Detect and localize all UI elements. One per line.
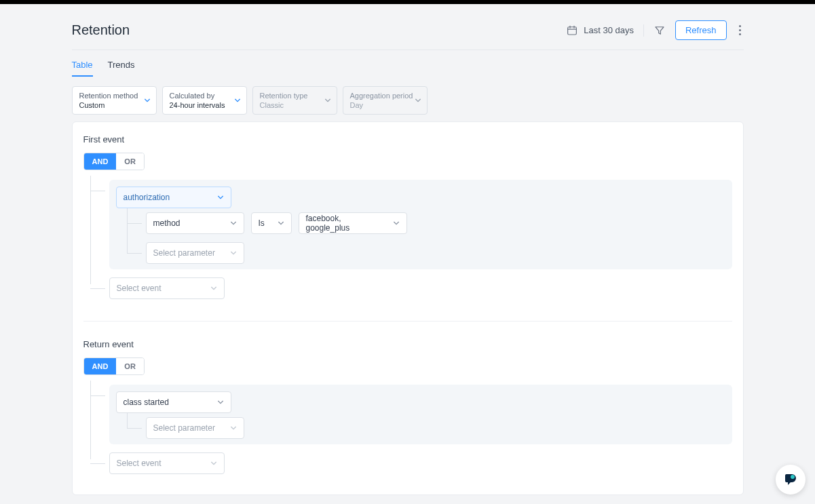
param-row: method Is facebook, google xyxy=(146,212,725,234)
dropdown-value: Is xyxy=(259,218,265,228)
select-label: Calculated by xyxy=(170,91,240,100)
aggregation-period-select: Aggregation period Day xyxy=(343,86,428,115)
config-selectors: Retention method Custom Calculated by 24… xyxy=(72,77,744,121)
return-event-tree: class started Select parameter xyxy=(83,381,732,478)
first-event-params: method Is facebook, google xyxy=(120,208,725,268)
select-label: Aggregation period xyxy=(350,91,420,100)
divider xyxy=(643,24,644,37)
return-event-logic-toggle: AND OR xyxy=(83,357,145,375)
chevron-down-icon xyxy=(210,285,217,292)
first-event-select[interactable]: authorization xyxy=(116,187,231,208)
dropdown-value: authorization xyxy=(124,193,170,202)
date-range-picker[interactable]: Last 30 days xyxy=(566,24,634,37)
return-event-title: Return event xyxy=(83,339,732,349)
chevron-down-icon xyxy=(144,97,151,104)
logic-and-button[interactable]: AND xyxy=(84,153,117,170)
first-event-block: authorization method xyxy=(109,180,732,269)
first-event-logic-toggle: AND OR xyxy=(83,153,145,170)
select-label: Retention type xyxy=(260,91,330,100)
chevron-down-icon xyxy=(217,194,224,201)
retention-method-select[interactable]: Retention method Custom xyxy=(72,86,157,115)
tab-trends[interactable]: Trends xyxy=(108,60,135,77)
return-event-block: class started Select parameter xyxy=(109,385,732,444)
logic-or-button[interactable]: OR xyxy=(116,153,144,170)
calendar-icon xyxy=(566,24,578,37)
chevron-down-icon xyxy=(393,220,400,227)
return-event-select[interactable]: class started xyxy=(116,391,231,413)
chevron-down-icon xyxy=(278,220,284,227)
chevron-down-icon xyxy=(234,97,241,104)
more-menu-icon[interactable] xyxy=(736,22,744,38)
dropdown-value: facebook, google_plus xyxy=(306,214,386,233)
date-range-label: Last 30 days xyxy=(584,25,634,35)
page-header: Retention Last 30 days Refresh xyxy=(72,18,744,50)
dropdown-placeholder: Select parameter xyxy=(153,423,215,433)
chevron-down-icon xyxy=(217,399,224,406)
query-builder-card: First event AND OR authorization xyxy=(72,121,744,495)
section-divider xyxy=(83,321,732,322)
chevron-down-icon xyxy=(230,425,237,431)
select-value: Classic xyxy=(260,100,330,110)
chevron-down-icon xyxy=(210,460,217,467)
dropdown-placeholder: Select event xyxy=(117,459,162,468)
select-value: Custom xyxy=(79,100,149,110)
select-value: 24-hour intervals xyxy=(170,100,240,110)
return-event-params: Select parameter xyxy=(120,413,725,443)
add-first-event-select[interactable]: Select event xyxy=(109,277,225,299)
select-label: Retention method xyxy=(79,91,149,100)
return-event-section: Return event AND OR class started xyxy=(83,339,732,478)
svg-rect-0 xyxy=(568,26,577,34)
dropdown-value: method xyxy=(153,218,181,228)
first-event-title: First event xyxy=(83,134,732,144)
chevron-down-icon xyxy=(230,220,237,227)
dropdown-placeholder: Select parameter xyxy=(153,248,215,258)
select-value: Day xyxy=(350,100,420,110)
tab-bar: Table Trends xyxy=(72,50,744,77)
first-event-tree: authorization method xyxy=(83,176,732,303)
dropdown-value: class started xyxy=(124,398,169,407)
calculated-by-select[interactable]: Calculated by 24-hour intervals xyxy=(162,86,247,115)
tab-table[interactable]: Table xyxy=(72,60,93,77)
refresh-button[interactable]: Refresh xyxy=(675,20,727,40)
logic-and-button[interactable]: AND xyxy=(84,358,117,374)
filter-icon[interactable] xyxy=(653,24,666,37)
chevron-down-icon xyxy=(324,97,331,104)
page-body: Retention Last 30 days Refresh Table Tre… xyxy=(0,4,815,504)
chevron-down-icon xyxy=(415,97,421,104)
chevron-down-icon xyxy=(230,250,237,256)
param-value-select[interactable]: facebook, google_plus xyxy=(299,212,407,234)
retention-type-select: Retention type Classic xyxy=(252,86,337,115)
dropdown-placeholder: Select event xyxy=(117,284,162,293)
logic-or-button[interactable]: OR xyxy=(116,358,144,374)
add-return-event-select[interactable]: Select event xyxy=(109,452,225,474)
param-name-select[interactable]: method xyxy=(146,212,244,234)
page-title: Retention xyxy=(72,22,130,38)
svg-point-1 xyxy=(791,475,795,479)
help-widget-icon[interactable] xyxy=(776,465,805,495)
first-event-section: First event AND OR authorization xyxy=(83,134,732,303)
add-parameter-select[interactable]: Select parameter xyxy=(146,417,244,439)
param-operator-select[interactable]: Is xyxy=(251,212,292,234)
add-parameter-select[interactable]: Select parameter xyxy=(146,242,244,264)
